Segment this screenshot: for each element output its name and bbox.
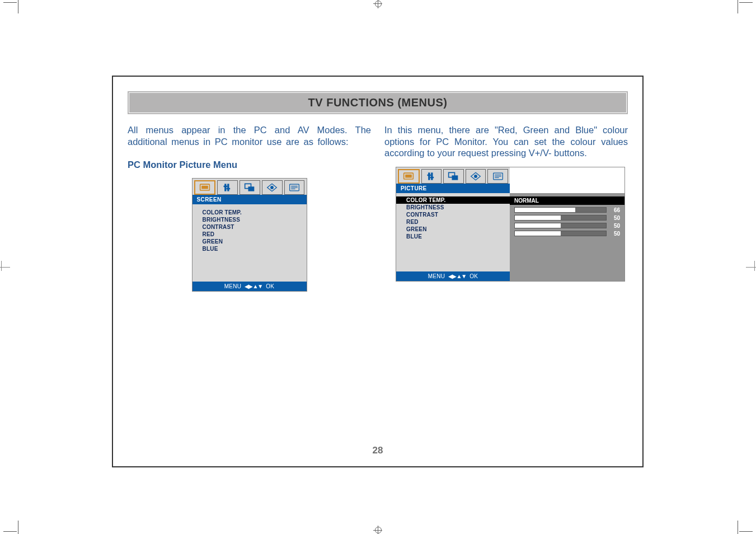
osd-item[interactable]: BRIGHTNESS bbox=[406, 204, 504, 211]
svg-rect-18 bbox=[427, 175, 431, 176]
registration-mark bbox=[378, 526, 378, 534]
right-column: In this menu, there are "Red, Green and … bbox=[384, 124, 628, 292]
osd-item[interactable]: CONTRAST bbox=[203, 223, 301, 231]
slider-bar[interactable] bbox=[514, 215, 607, 221]
crop-mark bbox=[0, 267, 10, 268]
osd-menu-small: SCREEN COLOR TEMP. BRIGHTNESS CONTRAST R… bbox=[192, 178, 307, 292]
osd-tabs bbox=[192, 179, 307, 195]
svg-rect-1 bbox=[201, 186, 208, 189]
osd-item-selected[interactable]: COLOR TEMP. bbox=[396, 196, 510, 204]
slider-bar[interactable] bbox=[514, 207, 607, 213]
osd-tab-pip[interactable] bbox=[443, 169, 464, 184]
slider-value: 66 bbox=[610, 207, 620, 213]
osd-menu-large: PICTURE COLOR TEMP. BRIGHTNESS CONTRAST … bbox=[396, 167, 625, 282]
section-title: TV FUNCTIONS (MENUS) bbox=[129, 92, 627, 113]
screen-icon bbox=[199, 182, 210, 193]
svg-rect-5 bbox=[226, 188, 230, 190]
sound-slider-icon bbox=[426, 171, 437, 181]
crop-mark bbox=[18, 0, 18, 13]
osd-tab-sound[interactable] bbox=[421, 169, 442, 184]
teletext-icon bbox=[289, 182, 300, 193]
osd-footer: MENU ◀▶▲▼ OK bbox=[396, 271, 510, 281]
diamond-info-icon bbox=[266, 182, 278, 193]
teletext-icon bbox=[492, 171, 504, 181]
registration-mark bbox=[378, 0, 378, 8]
osd-item-list: COLOR TEMP. BRIGHTNESS CONTRAST RED GREE… bbox=[192, 204, 307, 282]
slider-bar[interactable] bbox=[514, 231, 607, 236]
registration-mark bbox=[375, 1, 382, 7]
osd-footer-menu: MENU bbox=[224, 283, 242, 289]
overlap-windows-icon bbox=[448, 171, 459, 181]
page-frame: TV FUNCTIONS (MENUS) All menus appear in… bbox=[112, 76, 644, 467]
slider-value: 50 bbox=[610, 231, 620, 237]
slider-value: 50 bbox=[610, 223, 620, 229]
svg-rect-3 bbox=[227, 184, 229, 191]
svg-rect-19 bbox=[430, 177, 434, 179]
crop-mark bbox=[739, 531, 753, 532]
osd-category-label: SCREEN bbox=[192, 195, 307, 204]
svg-point-23 bbox=[474, 175, 477, 178]
osd-slider-row[interactable]: 50 bbox=[514, 215, 620, 221]
osd-footer-menu: MENU bbox=[428, 273, 445, 279]
osd-slider-row[interactable]: 50 bbox=[514, 231, 620, 237]
screen-icon bbox=[403, 171, 414, 181]
nav-arrows-icon: ◀▶▲▼ bbox=[243, 283, 264, 289]
slider-bar[interactable] bbox=[514, 223, 607, 228]
osd-tabs bbox=[396, 167, 510, 184]
osd-tab-teletext[interactable] bbox=[487, 169, 508, 184]
osd-category-label: PICTURE bbox=[396, 184, 510, 193]
osd-item-list: COLOR TEMP. BRIGHTNESS CONTRAST RED GREE… bbox=[396, 196, 510, 271]
svg-rect-7 bbox=[248, 187, 255, 191]
svg-point-9 bbox=[270, 186, 274, 189]
osd-footer: MENU ◀▶▲▼ OK bbox=[192, 282, 307, 291]
slider-value: 50 bbox=[610, 215, 620, 221]
crop-mark bbox=[3, 2, 17, 3]
svg-rect-16 bbox=[428, 172, 430, 180]
osd-slider-row[interactable]: 66 bbox=[514, 207, 620, 213]
osd-tab-info[interactable] bbox=[262, 180, 283, 195]
svg-rect-2 bbox=[224, 184, 226, 191]
intro-text-left: All menus appear in the PC and AV Modes.… bbox=[128, 124, 371, 147]
osd-selected-value: NORMAL bbox=[514, 198, 539, 204]
osd-item[interactable]: COLOR TEMP. bbox=[203, 209, 301, 216]
crop-mark bbox=[1, 261, 2, 271]
crop-mark bbox=[739, 2, 753, 3]
osd-values-pane: NORMAL 66 50 bbox=[510, 193, 624, 281]
crop-mark bbox=[738, 0, 738, 13]
osd-item[interactable]: RED bbox=[203, 231, 301, 238]
crop-mark bbox=[3, 531, 17, 532]
sound-slider-icon bbox=[222, 182, 233, 193]
osd-item[interactable]: BLUE bbox=[203, 245, 301, 252]
nav-arrows-icon: ◀▶▲▼ bbox=[447, 273, 468, 279]
osd-item[interactable]: BRIGHTNESS bbox=[203, 216, 301, 223]
osd-tab-info[interactable] bbox=[466, 169, 486, 184]
crop-mark bbox=[18, 521, 18, 534]
intro-text-right: In this menu, there are "Red, Green and … bbox=[384, 124, 628, 159]
osd-item[interactable]: BLUE bbox=[406, 233, 504, 240]
svg-rect-4 bbox=[223, 186, 227, 188]
osd-item[interactable]: RED bbox=[406, 218, 504, 226]
crop-mark bbox=[754, 261, 755, 271]
osd-slider-row[interactable]: 50 bbox=[514, 223, 620, 229]
diamond-info-icon bbox=[470, 171, 481, 181]
osd-tab-sound[interactable] bbox=[217, 180, 238, 195]
overlap-windows-icon bbox=[244, 182, 255, 193]
crop-mark bbox=[746, 267, 756, 268]
osd-value-header: NORMAL bbox=[510, 196, 624, 205]
osd-item[interactable]: GREEN bbox=[406, 226, 504, 233]
osd-tab-screen[interactable] bbox=[398, 169, 420, 184]
osd-item[interactable]: CONTRAST bbox=[406, 211, 504, 218]
page-number: 28 bbox=[113, 445, 642, 456]
svg-rect-15 bbox=[405, 175, 412, 178]
section-title-bar: TV FUNCTIONS (MENUS) bbox=[128, 91, 628, 114]
crop-mark bbox=[738, 521, 738, 534]
left-column: All menus appear in the PC and AV Modes.… bbox=[128, 124, 371, 292]
subheading-pc-monitor-picture: PC Monitor Picture Menu bbox=[128, 160, 371, 170]
svg-rect-17 bbox=[431, 172, 433, 180]
osd-tab-pip[interactable] bbox=[240, 180, 260, 195]
osd-footer-ok: OK bbox=[266, 283, 274, 289]
svg-rect-21 bbox=[452, 175, 458, 180]
osd-tab-teletext[interactable] bbox=[284, 180, 305, 195]
osd-item[interactable]: GREEN bbox=[203, 238, 301, 245]
osd-tab-screen[interactable] bbox=[194, 180, 216, 195]
